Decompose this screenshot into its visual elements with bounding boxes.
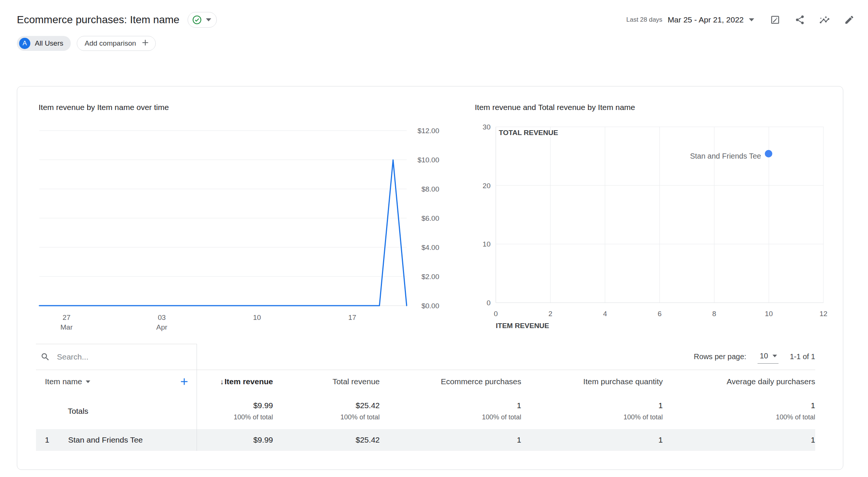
rows-per-page-label: Rows per page: xyxy=(694,352,746,361)
svg-text:6: 6 xyxy=(658,310,662,318)
chevron-down-icon xyxy=(86,380,90,383)
report-header: Ecommerce purchases: Item name Last 28 d… xyxy=(0,0,868,34)
svg-text:2: 2 xyxy=(549,310,553,318)
chevron-down-icon xyxy=(206,18,211,21)
totals-cell: 1 100% of total xyxy=(380,401,521,421)
add-comparison-label: Add comparison xyxy=(85,39,136,48)
totals-value: $25.42 xyxy=(273,401,380,410)
column-header-total-revenue[interactable]: Total revenue xyxy=(273,377,380,386)
column-header-item-revenue[interactable]: ↓Item revenue xyxy=(197,377,273,386)
page-title: Ecommerce purchases: Item name xyxy=(17,14,179,26)
totals-cell: 1 100% of total xyxy=(521,401,663,421)
totals-label-cell: Totals xyxy=(36,393,197,429)
column-header-ecommerce-purchases[interactable]: Ecommerce purchases xyxy=(380,377,521,386)
check-circle-icon xyxy=(192,15,202,25)
cell-average-daily-purchasers: 1 xyxy=(663,435,815,444)
report-status-button[interactable] xyxy=(188,12,217,28)
svg-text:0: 0 xyxy=(486,299,491,307)
add-dimension-button[interactable] xyxy=(179,376,190,387)
rows-per-page-value: 10 xyxy=(760,352,768,360)
search-input[interactable] xyxy=(56,352,176,362)
totals-percent: 100% of total xyxy=(197,413,273,421)
totals-percent: 100% of total xyxy=(273,413,380,421)
totals-value: 1 xyxy=(521,401,663,410)
cell-item-revenue: $9.99 xyxy=(197,435,273,444)
table-totals-row: Totals $9.99 100% of total $25.42 100% o… xyxy=(36,393,815,429)
svg-text:0: 0 xyxy=(494,310,498,318)
chevron-down-icon xyxy=(749,18,754,21)
totals-percent: 100% of total xyxy=(380,413,521,421)
column-header-label: Item revenue xyxy=(224,377,273,386)
customize-report-icon xyxy=(770,15,780,25)
cell-item-purchase-quantity: 1 xyxy=(521,435,663,444)
totals-percent: 100% of total xyxy=(521,413,663,421)
svg-text:30: 30 xyxy=(483,123,491,131)
column-header-item-purchase-quantity[interactable]: Item purchase quantity xyxy=(521,377,663,386)
svg-text:$4.00: $4.00 xyxy=(421,244,439,251)
customize-report-button[interactable] xyxy=(765,9,786,30)
totals-value: $9.99 xyxy=(197,401,273,410)
svg-text:Mar: Mar xyxy=(60,323,73,331)
rows-per-page-select[interactable]: 10 xyxy=(758,350,779,364)
share-icon xyxy=(795,15,805,25)
sort-descending-icon: ↓ xyxy=(220,377,224,386)
date-range-preset: Last 28 days xyxy=(626,16,662,24)
svg-text:$2.00: $2.00 xyxy=(421,273,439,281)
svg-text:27: 27 xyxy=(63,314,70,321)
cell-total-revenue: $25.42 xyxy=(273,435,380,444)
svg-text:ITEM REVENUE: ITEM REVENUE xyxy=(496,322,549,330)
add-comparison-chip[interactable]: Add comparison xyxy=(77,36,156,51)
report-card: Item revenue by Item name over time Item… xyxy=(17,86,843,470)
svg-text:10: 10 xyxy=(765,310,773,318)
column-header-average-daily-purchasers[interactable]: Average daily purchasers xyxy=(663,377,815,386)
table-header-row: Item name ↓Item revenue Total revenue Ec… xyxy=(36,370,815,393)
line-chart-title: Item revenue by Item name over time xyxy=(39,103,169,112)
cell-ecommerce-purchases: 1 xyxy=(380,435,521,444)
row-index: 1 xyxy=(45,435,68,444)
totals-value: 1 xyxy=(380,401,521,410)
table-search[interactable] xyxy=(36,344,197,370)
svg-text:$8.00: $8.00 xyxy=(421,185,439,193)
totals-cell: $9.99 100% of total xyxy=(197,401,273,421)
comparison-bar: A All Users Add comparison xyxy=(17,36,156,51)
insights-icon xyxy=(819,15,830,25)
dimension-header-cell[interactable]: Item name xyxy=(36,370,197,393)
svg-text:$6.00: $6.00 xyxy=(421,214,439,222)
column-header-label: Total revenue xyxy=(333,377,380,386)
column-header-label: Ecommerce purchases xyxy=(441,377,521,386)
svg-text:8: 8 xyxy=(712,310,716,318)
edit-button[interactable] xyxy=(839,9,860,30)
column-header-label: Average daily purchasers xyxy=(726,377,815,386)
totals-cell: $25.42 100% of total xyxy=(273,401,380,421)
totals-label: Totals xyxy=(36,407,88,416)
date-range-value: Mar 25 - Apr 21, 2022 xyxy=(668,15,744,24)
svg-text:12: 12 xyxy=(819,310,827,318)
scatter-chart: 0246810120102030TOTAL REVENUEITEM REVENU… xyxy=(470,116,840,333)
svg-text:10: 10 xyxy=(253,314,261,321)
scatter-chart-title: Item revenue and Total revenue by Item n… xyxy=(475,103,635,112)
plus-icon xyxy=(140,38,150,49)
svg-text:$10.00: $10.00 xyxy=(418,156,439,164)
plus-icon xyxy=(179,376,190,387)
search-icon xyxy=(40,352,50,362)
line-chart: $0.00$2.00$4.00$6.00$8.00$10.00$12.0027M… xyxy=(38,119,446,341)
svg-text:Stan and Friends Tee: Stan and Friends Tee xyxy=(690,152,761,160)
table-row[interactable]: 1 Stan and Friends Tee $9.99 $25.42 1 1 … xyxy=(36,429,815,451)
table-controls: Rows per page: 10 1-1 of 1 xyxy=(36,344,815,370)
chevron-down-icon xyxy=(773,355,777,357)
comparison-chip-all-users[interactable]: A All Users xyxy=(17,36,71,51)
comparison-chip-label: All Users xyxy=(35,39,63,48)
svg-text:17: 17 xyxy=(348,314,356,321)
date-range-picker[interactable]: Last 28 days Mar 25 - Apr 21, 2022 xyxy=(626,15,761,24)
column-header-label: Item purchase quantity xyxy=(583,377,663,386)
insights-button[interactable] xyxy=(814,9,835,30)
svg-text:Apr: Apr xyxy=(156,323,167,331)
share-button[interactable] xyxy=(789,9,810,30)
svg-text:20: 20 xyxy=(483,182,491,190)
totals-percent: 100% of total xyxy=(663,413,815,421)
svg-text:$12.00: $12.00 xyxy=(418,127,439,135)
svg-text:03: 03 xyxy=(158,314,166,321)
svg-text:10: 10 xyxy=(483,240,491,248)
dimension-header-label: Item name xyxy=(45,377,82,386)
table-pagination: Rows per page: 10 1-1 of 1 xyxy=(694,350,815,364)
